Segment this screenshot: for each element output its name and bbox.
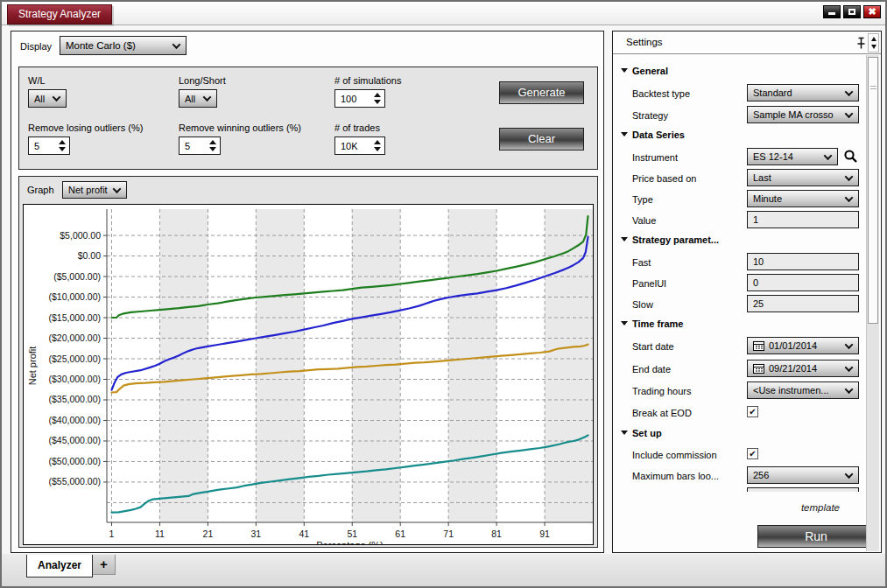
fast-field[interactable]: 10	[747, 253, 859, 270]
chevron-down-icon	[845, 470, 854, 479]
losing-outliers-stepper[interactable]: 5	[28, 136, 70, 155]
longshort-label: Long/Short	[179, 75, 226, 86]
spinner-up-icon[interactable]	[374, 93, 381, 97]
chevron-down-icon	[113, 185, 122, 193]
value-label: Value	[632, 215, 656, 226]
section-data-series[interactable]: Data Series	[632, 130, 685, 140]
simulations-stepper[interactable]: 100	[334, 89, 385, 108]
minimize-button[interactable]	[823, 5, 841, 18]
type-dropdown[interactable]: Minute	[747, 190, 859, 207]
calendar-icon	[753, 363, 764, 374]
break-eod-checkbox[interactable]: ✔	[747, 406, 758, 417]
spinner-up-icon[interactable]	[209, 140, 216, 144]
svg-text:$0.00: $0.00	[78, 250, 101, 261]
collapse-icon[interactable]	[621, 68, 628, 73]
price-based-dropdown[interactable]: Last	[747, 169, 859, 186]
section-set-up[interactable]: Set up	[632, 428, 662, 438]
scrollbar-thumb[interactable]	[868, 57, 878, 324]
backtest-type-dropdown[interactable]: Standard	[747, 84, 859, 102]
close-button[interactable]: ✖	[863, 5, 881, 18]
chevron-down-icon	[172, 40, 181, 49]
titlebar: Strategy Analyzer ✖	[2, 2, 885, 25]
max-bars-dropdown[interactable]: 256	[747, 466, 859, 484]
run-button[interactable]: Run	[757, 525, 875, 548]
panelui-field[interactable]: 0	[747, 274, 859, 291]
chevron-down-icon	[845, 340, 854, 349]
svg-text:$5,000.00: $5,000.00	[60, 230, 101, 241]
settings-scrollbar[interactable]	[866, 55, 879, 551]
max-bars-label: Maximum bars loo...	[632, 471, 719, 481]
pin-icon[interactable]	[855, 37, 867, 50]
calendar-icon	[753, 340, 764, 351]
end-date-label: End date	[632, 364, 671, 374]
add-tab-button[interactable]: +	[93, 555, 116, 575]
value-field-text: 1	[753, 214, 758, 225]
collapse-icon[interactable]	[621, 430, 628, 435]
window-title: Strategy Analyzer	[18, 8, 101, 20]
include-commission-checkbox[interactable]: ✔	[747, 448, 758, 459]
template-link[interactable]: template	[801, 502, 840, 513]
graph-value: Net profit	[68, 185, 108, 195]
partial-control	[747, 487, 859, 492]
display-label: Display	[20, 41, 52, 52]
chevron-down-icon	[845, 193, 854, 202]
scroll-up-icon[interactable]	[871, 37, 876, 41]
svg-text:($50,000.00): ($50,000.00)	[48, 456, 101, 466]
value-field[interactable]: 1	[747, 211, 859, 228]
tab-analyzer[interactable]: Analyzer	[26, 555, 93, 578]
spinner-up-icon[interactable]	[59, 140, 66, 144]
wl-dropdown[interactable]: All	[28, 89, 67, 108]
collapse-icon[interactable]	[621, 321, 628, 326]
start-date-picker[interactable]: 01/01/2014	[747, 337, 859, 354]
trading-hours-label: Trading hours	[632, 386, 691, 396]
strategy-dropdown[interactable]: Sample MA crosso	[747, 106, 859, 123]
spinner-down-icon[interactable]	[209, 147, 216, 151]
strategy-label: Strategy	[632, 110, 668, 121]
longshort-dropdown[interactable]: All	[179, 89, 217, 108]
svg-text:Net profit: Net profit	[27, 346, 38, 386]
search-icon[interactable]	[843, 149, 859, 164]
spinner-down-icon[interactable]	[374, 147, 381, 151]
start-date-label: Start date	[632, 341, 674, 352]
chevron-down-icon	[824, 151, 833, 160]
graph-dropdown[interactable]: Net profit	[62, 181, 127, 199]
collapse-icon[interactable]	[621, 237, 628, 242]
winning-outliers-stepper[interactable]: 5	[179, 136, 221, 155]
svg-text:51: 51	[347, 528, 357, 539]
section-strategy-params[interactable]: Strategy paramet...	[632, 234, 719, 245]
settings-title: Settings	[626, 37, 663, 47]
trading-hours-dropdown[interactable]: <Use instrumen...	[747, 382, 859, 399]
svg-text:($20,000.00): ($20,000.00)	[48, 332, 101, 343]
section-general[interactable]: General	[632, 66, 668, 76]
type-label: Type	[632, 194, 653, 205]
window-title-tab[interactable]: Strategy Analyzer	[7, 4, 112, 24]
collapse-icon[interactable]	[621, 132, 628, 136]
svg-text:($45,000.00): ($45,000.00)	[48, 435, 101, 445]
clear-button[interactable]: Clear	[499, 128, 584, 150]
panelui-field-text: 0	[753, 277, 758, 288]
end-date-picker[interactable]: 09/21/2014	[747, 360, 859, 377]
maximize-button[interactable]	[843, 5, 861, 18]
trades-stepper[interactable]: 10K	[334, 136, 385, 155]
spinner-up-icon[interactable]	[374, 140, 381, 144]
scroll-down-icon[interactable]	[871, 45, 876, 49]
settings-header: Settings	[613, 32, 881, 54]
instrument-dropdown[interactable]: ES 12-14	[747, 148, 838, 165]
simulations-value: 100	[341, 94, 356, 104]
strategy-analyzer-window: Strategy Analyzer ✖ Display Monte Carlo …	[0, 0, 887, 588]
settings-scroll-arrows[interactable]	[868, 33, 879, 52]
generate-button[interactable]: Generate	[499, 81, 584, 104]
svg-text:($35,000.00): ($35,000.00)	[48, 394, 101, 404]
display-dropdown[interactable]: Monte Carlo ($)	[60, 36, 187, 55]
svg-text:21: 21	[203, 528, 214, 539]
svg-text:($30,000.00): ($30,000.00)	[48, 374, 101, 384]
svg-text:61: 61	[395, 528, 405, 539]
montecarlo-chart: $5,000.00$0.00($5,000.00)($10,000.00)($1…	[24, 205, 593, 544]
spinner-down-icon[interactable]	[59, 147, 66, 151]
slow-field[interactable]: 25	[747, 295, 859, 312]
fast-field-text: 10	[753, 256, 764, 267]
maximize-icon	[848, 9, 855, 15]
spinner-down-icon[interactable]	[374, 100, 381, 104]
trades-label: # of trades	[334, 122, 380, 133]
section-time-frame[interactable]: Time frame	[632, 318, 684, 329]
